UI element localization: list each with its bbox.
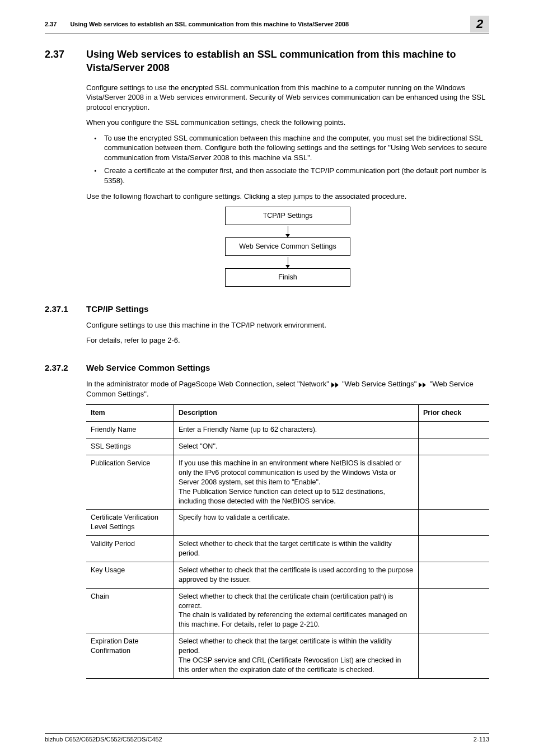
cell-prior-check	[419, 455, 490, 510]
table-row: Validity PeriodSelect whether to check t…	[86, 536, 489, 562]
subsection-number: 2.37.2	[45, 362, 72, 374]
cell-item: Expiration Date Confirmation	[86, 633, 174, 679]
cell-item: Key Usage	[86, 562, 174, 588]
breadcrumb-arrow-icon	[331, 382, 340, 388]
table-row: SSL SettingsSelect "ON".	[86, 438, 489, 455]
cell-prior-check	[419, 562, 490, 588]
cell-description: Select whether to check that the certifi…	[174, 562, 419, 588]
svg-marker-3	[423, 382, 426, 388]
table-row: ChainSelect whether to check that the ce…	[86, 588, 489, 633]
intro-bullet: Create a certificate at the computer fir…	[94, 166, 489, 185]
table-row: Publication ServiceIf you use this machi…	[86, 455, 489, 510]
cell-description: Select "ON".	[174, 438, 419, 455]
svg-marker-1	[335, 382, 339, 388]
col-header-item: Item	[86, 405, 174, 422]
table-header-row: Item Description Prior check	[86, 405, 489, 422]
section-heading: 2.37 Using Web services to establish an …	[45, 48, 489, 75]
flowchart: TCP/IP Settings Web Service Common Setti…	[86, 207, 489, 287]
cell-prior-check	[419, 588, 490, 633]
subsection-number: 2.37.1	[45, 304, 72, 315]
cell-prior-check	[419, 536, 490, 562]
body-paragraph: Configure settings to use this machine i…	[86, 320, 489, 330]
subsection-title: TCP/IP Settings	[86, 304, 148, 315]
page-header: 2.37 Using Web services to establish an …	[45, 16, 489, 34]
intro-bullet-list: To use the encrypted SSL communication b…	[86, 133, 489, 186]
flow-arrow-icon	[229, 225, 346, 237]
cell-prior-check	[419, 438, 490, 455]
cell-item: Publication Service	[86, 455, 174, 510]
header-section-no: 2.37	[45, 20, 57, 29]
cell-description: Select whether to check that the target …	[174, 633, 419, 679]
cell-item: Validity Period	[86, 536, 174, 562]
flow-step-finish: Finish	[225, 268, 350, 287]
text-fragment: In the administrator mode of PageScope W…	[86, 380, 331, 388]
table-row: Key UsageSelect whether to check that th…	[86, 562, 489, 588]
page-footer: bizhub C652/C652DS/C552/C552DS/C452 2-11…	[45, 733, 489, 744]
flow-step-web-service[interactable]: Web Service Common Settings	[225, 237, 350, 256]
cell-description: Select whether to check that the target …	[174, 536, 419, 562]
cell-item: Friendly Name	[86, 422, 174, 438]
flow-step-tcpip[interactable]: TCP/IP Settings	[225, 207, 350, 225]
settings-table: Item Description Prior check Friendly Na…	[86, 404, 489, 678]
svg-marker-2	[419, 382, 422, 388]
intro-paragraph: When you configure the SSL communication…	[86, 118, 489, 128]
cell-item: Chain	[86, 588, 174, 633]
header-running-title: Using Web services to establish an SSL c…	[70, 20, 349, 29]
cell-description: Enter a Friendly Name (up to 62 characte…	[174, 422, 419, 438]
subsection-heading: 2.37.1 TCP/IP Settings	[45, 304, 489, 315]
chapter-badge: 2	[470, 16, 489, 32]
intro-bullet: To use the encrypted SSL communication b…	[94, 133, 489, 163]
col-header-description: Description	[174, 405, 419, 422]
table-row: Friendly NameEnter a Friendly Name (up t…	[86, 422, 489, 438]
cell-prior-check	[419, 633, 490, 679]
flow-arrow-icon	[229, 256, 346, 268]
intro-paragraph: Use the following flowchart to configure…	[86, 192, 489, 202]
cell-item: SSL Settings	[86, 438, 174, 455]
intro-paragraph: Configure settings to use the encrypted …	[86, 83, 489, 113]
cell-prior-check	[419, 422, 490, 438]
subsection-title: Web Service Common Settings	[86, 362, 210, 374]
section-title: Using Web services to establish an SSL c…	[86, 48, 489, 75]
cell-description: Select whether to check that the certifi…	[174, 588, 419, 633]
footer-page-number: 2-113	[474, 735, 489, 744]
col-header-prior: Prior check	[419, 405, 490, 422]
cell-item: Certificate Verification Level Settings	[86, 510, 174, 536]
body-paragraph: For details, refer to page 2-6.	[86, 335, 489, 346]
svg-marker-0	[331, 382, 335, 388]
breadcrumb-arrow-icon	[419, 382, 428, 388]
cell-description: If you use this machine in an environmen…	[174, 455, 419, 510]
subsection-heading: 2.37.2 Web Service Common Settings	[45, 362, 489, 374]
cell-description: Specify how to validate a certificate.	[174, 510, 419, 536]
section-number: 2.37	[45, 48, 72, 75]
footer-model: bizhub C652/C652DS/C552/C552DS/C452	[45, 735, 162, 744]
table-row: Certificate Verification Level SettingsS…	[86, 510, 489, 536]
body-paragraph: In the administrator mode of PageScope W…	[86, 379, 489, 399]
table-row: Expiration Date ConfirmationSelect wheth…	[86, 633, 489, 679]
text-fragment: "Web Service Settings"	[342, 380, 419, 388]
cell-prior-check	[419, 510, 490, 536]
